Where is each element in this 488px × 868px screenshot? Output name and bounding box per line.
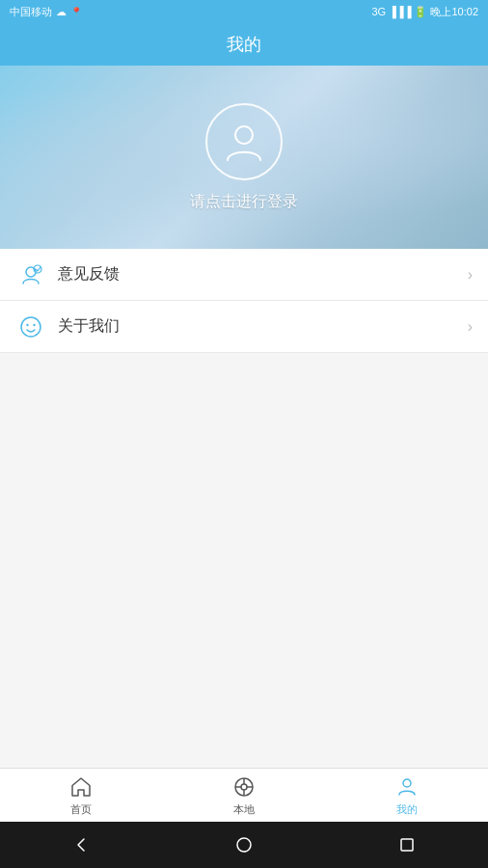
wifi-icon: ☁ (56, 6, 67, 18)
content-spacer (0, 353, 488, 768)
feedback-arrow: › (468, 266, 473, 284)
tab-local-label: 本地 (233, 802, 255, 817)
status-right: 3G ▐▐▐ 🔋 晚上10:02 (371, 5, 478, 19)
signal-icon: ▐▐▐ (389, 6, 411, 17)
svg-point-13 (237, 838, 251, 852)
about-label: 关于我们 (58, 316, 468, 337)
status-bar: 中国移动 ☁ 📍 3G ▐▐▐ 🔋 晚上10:02 (0, 0, 488, 23)
feedback-icon-wrap (15, 259, 46, 290)
about-icon-wrap (15, 312, 46, 342)
avatar-circle (205, 103, 283, 180)
login-hint: 请点击进行登录 (190, 192, 298, 212)
svg-rect-14 (401, 839, 413, 851)
android-nav-bar (0, 822, 488, 868)
user-feedback-icon (18, 262, 43, 287)
home-icon (68, 774, 94, 800)
svg-point-5 (33, 323, 35, 325)
tab-mine[interactable]: 我的 (325, 769, 488, 822)
hero-banner[interactable]: 请点击进行登录 (0, 66, 488, 249)
android-home-button[interactable] (230, 830, 258, 859)
menu-item-feedback[interactable]: 意见反馈 › (0, 249, 488, 301)
time-display: 晚上10:02 (430, 5, 478, 19)
battery-icon: 🔋 (414, 6, 427, 18)
menu-item-about[interactable]: 关于我们 › (0, 301, 488, 353)
local-icon (231, 774, 257, 800)
tab-home-label: 首页 (70, 802, 92, 817)
smiley-icon (18, 314, 43, 339)
location-icon: 📍 (70, 7, 82, 17)
feedback-label: 意见反馈 (58, 264, 468, 285)
tab-mine-label: 我的 (396, 802, 418, 817)
svg-point-12 (403, 779, 411, 787)
android-recent-button[interactable] (393, 830, 421, 859)
avatar-icon (220, 118, 268, 166)
tab-home[interactable]: 首页 (0, 769, 163, 822)
android-back-button[interactable] (67, 830, 95, 859)
tab-local[interactable]: 本地 (163, 769, 326, 822)
svg-point-0 (235, 126, 253, 144)
menu-list: 意见反馈 › 关于我们 › (0, 249, 488, 353)
about-arrow: › (468, 318, 473, 336)
mine-icon (394, 774, 420, 800)
svg-point-4 (26, 323, 28, 325)
tab-bar: 首页 本地 我的 (0, 768, 488, 822)
nav-bar: 我的 (0, 23, 488, 66)
status-left: 中国移动 ☁ 📍 (10, 5, 82, 19)
page-title: 我的 (227, 33, 261, 56)
svg-point-3 (21, 317, 41, 337)
svg-point-7 (241, 784, 247, 790)
carrier-text: 中国移动 (10, 5, 52, 19)
network-type: 3G (371, 6, 386, 17)
